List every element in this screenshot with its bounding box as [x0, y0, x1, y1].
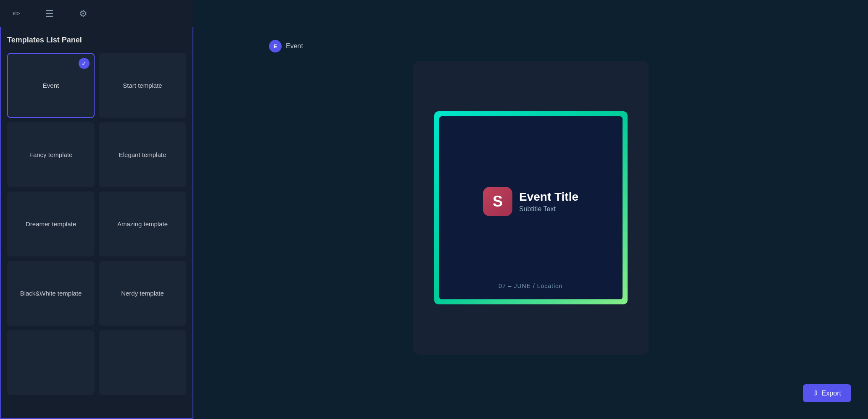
toolbar: ✏ ☰ ⚙	[0, 0, 193, 27]
event-title-block: Event Title Subtitle Text	[519, 190, 578, 213]
event-date-text: 07 – JUNE / Location	[499, 283, 562, 289]
preview-container: S Event Title Subtitle Text 07 – JUNE / …	[413, 61, 649, 355]
export-button[interactable]: ⇩ Export	[803, 384, 851, 402]
template-item-blackwhite[interactable]: Black&White template	[7, 261, 95, 326]
template-item-fancy[interactable]: Fancy template	[7, 122, 95, 187]
template-label-elegant: Elegant template	[119, 151, 166, 158]
templates-list-panel: Templates List Panel ✓EventStart templat…	[0, 27, 193, 419]
template-item-nerdy[interactable]: Nerdy template	[99, 261, 186, 326]
template-item-amazing[interactable]: Amazing template	[99, 191, 186, 257]
edit-icon[interactable]: ✏	[13, 8, 20, 19]
event-title-text: Event Title	[519, 190, 578, 204]
event-card-logo-row: S Event Title Subtitle Text	[483, 187, 578, 216]
template-label-fancy: Fancy template	[29, 151, 73, 158]
template-label-blackwhite: Black&White template	[20, 290, 82, 297]
preview-header: E Event	[269, 40, 303, 52]
template-grid: ✓EventStart templateFancy templateElegan…	[7, 53, 186, 395]
template-label-nerdy: Nerdy template	[121, 290, 164, 297]
selected-check-badge: ✓	[79, 58, 90, 69]
event-logo-icon: S	[483, 187, 512, 216]
template-item-dreamer[interactable]: Dreamer template	[7, 191, 95, 257]
template-item-start[interactable]: Start template	[99, 53, 186, 118]
export-icon: ⇩	[813, 389, 818, 397]
menu-icon[interactable]: ☰	[45, 8, 54, 19]
event-subtitle-text: Subtitle Text	[519, 205, 578, 213]
settings-icon[interactable]: ⚙	[79, 8, 87, 19]
template-label-event: Event	[43, 82, 59, 89]
template-label-start: Start template	[123, 82, 162, 89]
preview-header-icon: E	[269, 40, 282, 52]
preview-header-text: Event	[286, 42, 303, 50]
template-item-elegant[interactable]: Elegant template	[99, 122, 186, 187]
main-layout: Templates List Panel ✓EventStart templat…	[0, 27, 868, 419]
template-item-extra2[interactable]	[99, 330, 186, 395]
template-label-amazing: Amazing template	[117, 220, 168, 228]
panel-title: Templates List Panel	[7, 36, 186, 45]
event-card: S Event Title Subtitle Text 07 – JUNE / …	[434, 111, 628, 304]
event-card-inner: S Event Title Subtitle Text 07 – JUNE / …	[439, 116, 623, 299]
template-label-dreamer: Dreamer template	[26, 220, 76, 228]
export-label: Export	[822, 390, 841, 397]
template-item-event[interactable]: ✓Event	[7, 53, 95, 118]
template-item-extra1[interactable]	[7, 330, 95, 395]
right-area: E Event S Event Title Subtitle Text 07 –…	[193, 27, 868, 419]
